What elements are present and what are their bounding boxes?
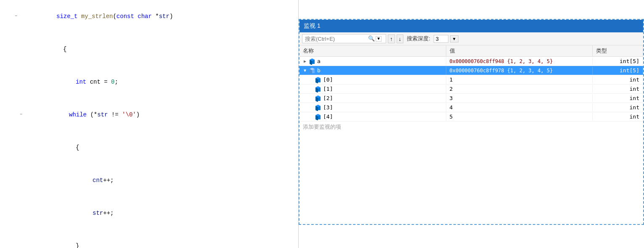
cell-name-b3: [3] [299,103,446,112]
index-name-b0: [0] [323,77,333,83]
index-name-b3: [3] [323,104,333,111]
index-type-b2: int [630,95,639,101]
code-content: str++; [19,197,298,230]
cell-type-b: int[5] [593,66,643,74]
header-type: 类型 [593,45,643,56]
code-content: cnt++; [19,164,298,197]
cell-value-b2: 3 [446,94,593,102]
code-line-7: str++; [0,197,298,230]
variable: str [97,111,108,118]
index-type-b1: int [630,86,639,92]
variable-icon-b1 [315,86,321,92]
cell-value-b4: 5 [446,113,593,121]
cell-name-b2: [2] [299,94,446,103]
watch-titlebar: 监视 1 [299,20,643,32]
watch-window: 监视 1 🔍 ▼ ↑ ↓ 搜索深度: ▼ 名称 值 类型 [299,19,644,225]
index-name-b2: [2] [323,95,333,101]
code-content: } [19,230,298,248]
var-value-a: 0x000000760c8ff948 {1, 2, 3, 4, 5} [450,58,553,64]
add-watch-label: 添加要监视的项 [303,124,341,130]
punctuation: ; [114,79,118,85]
code-line-6: cnt++; [0,164,298,197]
header-value-label: 值 [450,47,455,54]
var-value-b: 0x000000760c8ff978 {1, 2, 3, 4, 5} [450,68,553,74]
watch-row-b1[interactable]: [1] 2 int [299,84,643,94]
cell-value-b0: 1 [446,76,593,84]
collapse-button[interactable]: − [13,11,19,22]
brace: { [63,46,66,53]
search-down-button[interactable]: ↓ [397,34,404,43]
code-text: cnt = [86,79,111,85]
watch-row-b2[interactable]: [2] 3 int [299,94,643,103]
index-value-b1: 2 [450,86,453,92]
dropdown-arrow[interactable]: ▼ [376,36,382,42]
cell-type-a: int[5] [593,57,643,65]
code-content: while (*str != '\0') [21,98,298,131]
variable-icon-b [309,67,315,74]
collapse-button[interactable]: − [13,109,21,120]
expand-arrow[interactable]: ▶ [303,59,307,63]
depth-label: 搜索深度: [407,35,430,42]
watch-row-b3[interactable]: [3] 4 int [299,103,643,112]
code-area: − size_t my_strlen(const char *str) { in… [0,0,298,248]
cell-name-b: ▼ b [299,66,446,75]
brace: } [76,243,79,248]
punctuation: ( [113,13,116,20]
search-up-button[interactable]: ↑ [388,34,395,43]
watch-toolbar: 🔍 ▼ ↑ ↓ 搜索深度: ▼ [299,32,643,45]
watch-row-b4[interactable]: [4] 5 int [299,112,643,121]
keyword: size_t [56,13,77,20]
depth-input[interactable] [434,35,448,43]
cell-type-b4: int [593,113,643,121]
keyword: while [69,111,87,118]
watch-title: 监视 1 [304,22,321,30]
variable-icon-a [309,58,315,65]
add-watch-item[interactable]: 添加要监视的项 [299,121,643,132]
code-content: size_t my_strlen(const char *str) [19,0,298,33]
keyword: const [117,13,134,20]
punctuation: ) [170,13,173,20]
cell-name-a: ▶ a [299,57,446,66]
expand-arrow-b[interactable]: ▼ [303,68,307,73]
header-value: 值 [446,45,593,56]
index-value-b0: 1 [450,77,453,83]
index-value-b4: 5 [450,113,453,120]
watch-row-b0[interactable]: [0] 1 int [299,75,643,84]
index-name-b1: [1] [323,86,333,92]
index-value-b2: 3 [450,95,453,101]
depth-dropdown-button[interactable]: ▼ [450,35,458,42]
variable: str [159,13,170,20]
cell-type-b1: int [593,85,643,93]
cell-value-b3: 4 [446,103,593,111]
code-line-3: int cnt = 0; [0,66,298,98]
watch-row-b[interactable]: ▼ b 0x000000760c8ff978 {1, 2, 3, 4, 5} i… [299,66,643,75]
cell-name-b0: [0] [299,76,446,84]
variable-icon-b0 [315,77,321,83]
var-type-a: int[5] [620,58,639,64]
code-content: { [19,33,298,66]
cell-type-b2: int [593,94,643,102]
search-box[interactable]: 🔍 ▼ [302,34,386,43]
watch-table-header: 名称 值 类型 [299,45,643,57]
cell-value-a: 0x000000760c8ff948 {1, 2, 3, 4, 5} [446,58,593,65]
variable: str [93,210,103,216]
code-content: { [19,131,298,164]
char-literal: '\0' [122,111,136,118]
cell-value-b1: 2 [446,85,593,93]
cell-type-b0: int [593,76,643,84]
code-text: ( [87,111,94,118]
cell-name-b4: [4] [299,113,446,121]
punctuation: ) [136,111,140,118]
watch-table-body: ▶ a 0x000000760c8ff948 {1, 2, 3, 4, 5} i… [299,57,643,224]
code-line-4: − while (*str != '\0') [0,98,298,131]
watch-row-a[interactable]: ▶ a 0x000000760c8ff948 {1, 2, 3, 4, 5} i… [299,57,643,66]
keyword: char [134,13,152,20]
operator: ++; [103,177,114,184]
operator: * [94,111,97,118]
index-type-b4: int [630,113,639,120]
cell-name-b1: [1] [299,85,446,93]
search-input[interactable] [305,36,368,42]
function-name: my_strlen [77,13,113,20]
brace: { [76,144,79,151]
code-line-2: { [0,33,298,66]
